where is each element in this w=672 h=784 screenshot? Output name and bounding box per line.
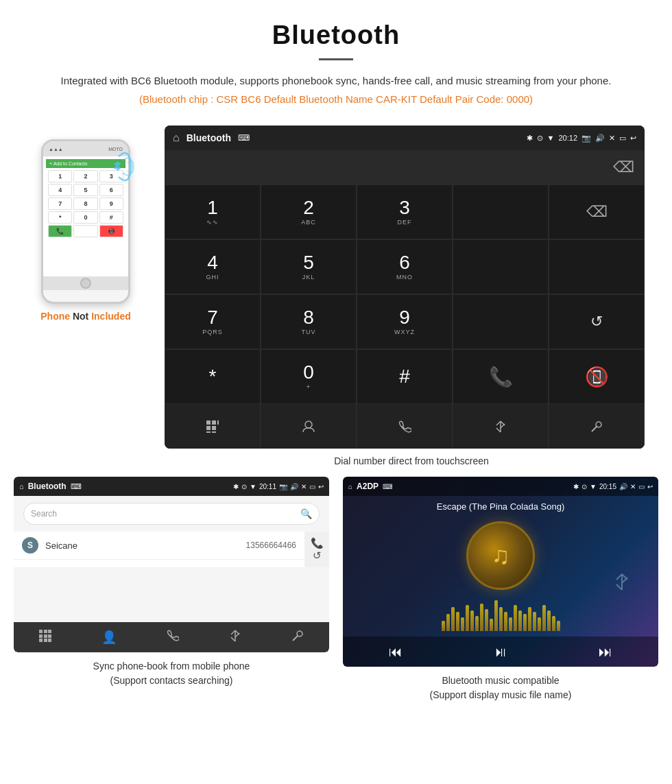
pb-bottom-apps[interactable] [39,630,51,645]
dialpad-bottom-nav [165,404,645,449]
visualizer-bar [518,610,522,631]
dial-empty-2 [453,239,549,294]
svg-rect-27 [44,639,47,642]
ms-vol-icon: 🔊 [619,483,627,490]
ms-next-button[interactable]: ⏭ [599,644,612,660]
bottom-call-button[interactable] [357,404,453,449]
visualizer-bar [461,617,464,631]
dial-key-7[interactable]: 7 PQRS [165,294,261,349]
dial-key-hash[interactable]: # [357,349,453,404]
ms-status-right: ✱ ⊙ ▼ 20:15 🔊 ✕ ▭ ↩ [573,483,653,490]
phone-key-call[interactable]: 📞 [48,225,72,237]
phone-key-8[interactable]: 8 [73,198,97,210]
ms-play-pause-button[interactable]: ⏯ [494,644,507,660]
dial-key-2[interactable]: 2 ABC [261,185,357,239]
key-6-letters: MNO [396,274,413,281]
phone-key-hash[interactable]: # [99,211,123,224]
bluetooth-waves-icon [113,150,141,189]
header-specs: (Bluetooth chip : CSR BC6 Default Blueto… [41,93,631,105]
phone-key-0[interactable]: 0 [73,211,97,224]
phone-key-4[interactable]: 4 [48,184,72,196]
bottom-wrench-button[interactable] [549,404,645,449]
pb-search-bar[interactable]: Search 🔍 [23,503,320,525]
dial-empty-1 [453,185,549,239]
phone-not-included-label: Phone Not Included [40,311,130,322]
pb-signal-icon: ▼ [250,483,256,490]
bottom-apps-button[interactable] [165,404,261,449]
dial-empty-4 [453,294,549,349]
visualizer-bar [509,617,512,631]
window-icon: ▭ [619,134,626,143]
music-caption-line1: Bluetooth music compatible [343,674,658,688]
dial-key-1[interactable]: 1 ∿∿ [165,185,261,239]
dial-key-5[interactable]: 5 JKL [261,239,357,294]
camera-icon: 📷 [581,134,591,143]
phone-key-1[interactable]: 1 [48,170,72,182]
phone-word: Phone [40,311,70,322]
phone-key-2[interactable]: 2 [73,170,97,182]
key-7-num: 7 [207,308,218,327]
home-icon: ⌂ [173,132,180,144]
phone-bottom-bar [43,276,128,290]
key-5-letters: JKL [302,274,315,281]
phone-key-5[interactable]: 5 [73,184,97,196]
bottom-bluetooth-button[interactable] [453,404,549,449]
refresh-icon: ↺ [590,313,603,331]
phone-container: ▲▲▲ MOTO + Add to Contacts 1 2 3 4 5 6 7 [14,126,158,322]
visualizer-bar [451,607,455,631]
dial-key-4[interactable]: 4 GHI [165,239,261,294]
key-5-num: 5 [303,253,314,272]
dial-key-8[interactable]: 8 TUV [261,294,357,349]
dial-refresh[interactable]: ↺ [549,294,645,349]
svg-line-39 [616,574,622,580]
ms-album-area: ♫ [343,514,658,597]
android-dialpad: ⌂ Bluetooth ⌨ ✱ ⊙ ▼ 20:12 📷 🔊 ✕ ▭ ↩ [165,126,645,449]
dial-call-button[interactable]: 📞 [453,349,549,404]
key-9-num: 9 [399,308,410,327]
status-bluetooth-title: Bluetooth [187,132,231,143]
visualizer-bar [538,617,541,631]
dial-backspace[interactable]: ⌫ [549,185,645,239]
ms-prev-button[interactable]: ⏮ [389,644,403,660]
svg-rect-24 [44,634,47,638]
phonebook-screenshot: ⌂ Bluetooth ⌨ ✱ ⊙ ▼ 20:11 📷 🔊 ✕ ▭ ↩ [14,477,329,702]
pb-contact-row[interactable]: S Seicane 13566664466 [14,532,304,560]
pb-home-icon: ⌂ [19,482,24,490]
dial-key-9[interactable]: 9 WXYZ [357,294,453,349]
dial-key-star[interactable]: * [165,349,261,404]
visualizer-bar [552,616,555,631]
key-0-num: 0 [303,363,314,382]
phone-key-9[interactable]: 9 [99,198,123,210]
backspace-button[interactable]: ⌫ [613,158,634,176]
svg-rect-8 [206,426,211,430]
dial-end-button[interactable]: 📵 [549,349,645,404]
dial-caption: Dial number direct from touchscreen [165,449,658,477]
svg-rect-23 [39,634,43,638]
music-screen-wrapper: ⌂ A2DP ⌨ ✱ ⊙ ▼ 20:15 🔊 ✕ ▭ ↩ [343,477,658,667]
phone-key-star[interactable]: * [48,211,72,224]
pb-bottom-wrench[interactable] [291,630,304,645]
pb-loc-icon: ⊙ [241,483,247,490]
visualizer-bar [442,621,445,631]
phone-home-button[interactable] [80,278,91,289]
key-0-letters: + [307,383,311,390]
phone-key-end[interactable]: 📵 [99,225,123,237]
pb-bottom-phone[interactable] [167,630,179,645]
pb-bottom-bt[interactable] [229,630,241,645]
bottom-screenshots: ⌂ Bluetooth ⌨ ✱ ⊙ ▼ 20:11 📷 🔊 ✕ ▭ ↩ [0,477,672,716]
phone-key-7[interactable]: 7 [48,198,72,210]
pb-contacts-list: S Seicane 13566664466 [14,532,304,567]
dial-key-6[interactable]: 6 MNO [357,239,453,294]
svg-rect-7 [217,420,219,425]
header-divider [319,58,353,60]
ms-visualizer [343,597,658,631]
visualizer-bar [446,614,450,631]
music-screen: ⌂ A2DP ⌨ ✱ ⊙ ▼ 20:15 🔊 ✕ ▭ ↩ [343,477,658,667]
bottom-contacts-button[interactable] [261,404,357,449]
dial-key-0[interactable]: 0 + [261,349,357,404]
key-4-num: 4 [207,253,218,272]
ms-bt-icon: ✱ [573,483,579,490]
location-icon: ⊙ [537,134,543,143]
dial-key-3[interactable]: 3 DEF [357,185,453,239]
pb-bottom-contacts[interactable]: 👤 [101,630,117,645]
